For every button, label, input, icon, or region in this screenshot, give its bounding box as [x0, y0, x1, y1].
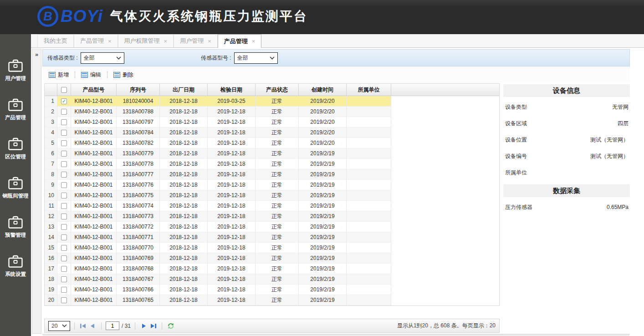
table-row[interactable]: 9 KIM40-12-B001 1318A00776 2018-12-18 20…: [45, 180, 499, 190]
row-checkbox[interactable]: [61, 109, 67, 115]
tab-close-icon[interactable]: ×: [208, 38, 211, 45]
table-row[interactable]: 3 KIM40-12-B001 1318A00797 2018-12-18 20…: [45, 117, 499, 127]
table-row[interactable]: 6 KIM40-12-B001 1318A00779 2018-12-18 20…: [45, 148, 499, 159]
header-checkbox-cell[interactable]: [57, 84, 71, 96]
table-row[interactable]: 18 KIM40-12-B001 1318A00767 2018-12-18 2…: [45, 274, 499, 285]
row-checkbox-cell[interactable]: [57, 180, 71, 190]
table-row[interactable]: 16 KIM40-12-B001 1318A00769 2018-12-18 2…: [45, 253, 499, 264]
row-checkbox-cell[interactable]: [57, 148, 71, 159]
row-checkbox[interactable]: [61, 214, 67, 219]
table-row[interactable]: 10 KIM40-12-B001 1318A00775 2018-12-18 2…: [45, 190, 499, 201]
tab[interactable]: 产品管理 ×: [218, 34, 262, 48]
panel-expand-button[interactable]: »: [32, 49, 41, 334]
row-checkbox-cell[interactable]: [57, 211, 71, 222]
tab-close-icon[interactable]: ×: [252, 38, 256, 45]
row-checkbox-cell[interactable]: [57, 274, 71, 285]
row-checkbox[interactable]: [61, 151, 67, 157]
refresh-button[interactable]: [166, 321, 175, 331]
column-header[interactable]: 检验日期: [208, 84, 256, 96]
filter-select-sensor-model[interactable]: 全部: [234, 52, 278, 64]
row-checkbox-cell[interactable]: [57, 159, 71, 169]
row-checkbox[interactable]: [61, 276, 67, 282]
row-checkbox-cell[interactable]: [57, 117, 71, 127]
row-checkbox-cell[interactable]: [57, 190, 71, 201]
tab[interactable]: 产品管理 ×: [74, 34, 118, 47]
row-checkbox-cell[interactable]: ✓: [57, 96, 71, 107]
select-all-checkbox[interactable]: [61, 87, 67, 93]
filter-select-sensor-type[interactable]: 全部: [81, 52, 124, 64]
row-checkbox-cell[interactable]: [57, 243, 71, 253]
add-button[interactable]: 新增: [49, 71, 69, 79]
table-row[interactable]: 2 KIM40-12-B001 1318A00788 2018-12-18 20…: [45, 107, 499, 117]
edit-button[interactable]: 编辑: [81, 71, 101, 79]
table-row[interactable]: 15 KIM40-12-B001 1318A00770 2018-12-18 2…: [45, 243, 499, 253]
cell-serial-number: 1318A00767: [117, 274, 160, 285]
tab-close-icon[interactable]: ×: [108, 38, 112, 45]
table-row[interactable]: 20 KIM40-12-B001 1318A00765 2018-12-18 2…: [45, 295, 499, 305]
row-checkbox[interactable]: [61, 193, 67, 199]
column-header[interactable]: 产品型号: [71, 84, 117, 96]
row-checkbox-cell[interactable]: [57, 107, 71, 117]
tab[interactable]: 我的主页: [37, 34, 74, 47]
table-row[interactable]: 13 KIM40-12-B001 1318A00772 2018-12-18 2…: [45, 222, 499, 232]
table-row[interactable]: 5 KIM40-12-B001 1318A00782 2018-12-18 20…: [45, 138, 499, 148]
row-checkbox-cell[interactable]: [57, 295, 71, 305]
page-size-select[interactable]: 20: [48, 321, 70, 331]
table-row[interactable]: 17 KIM40-12-B001 1318A00768 2018-12-18 2…: [45, 264, 499, 274]
column-header[interactable]: 序列号: [117, 84, 160, 96]
row-checkbox-cell[interactable]: [57, 127, 71, 138]
row-checkbox-cell[interactable]: [57, 138, 71, 148]
sidebar-item-alerts[interactable]: 预警管理: [0, 210, 31, 249]
tab-close-icon[interactable]: ×: [164, 38, 168, 45]
sidebar-item-cylinder-rooms[interactable]: 钢瓶间管理: [0, 171, 31, 210]
last-page-button[interactable]: [148, 321, 158, 331]
table-row[interactable]: 14 KIM40-12-B001 1318A00771 2018-12-18 2…: [45, 232, 499, 243]
row-checkbox-cell[interactable]: [57, 232, 71, 243]
column-header[interactable]: 产品状态: [256, 84, 299, 96]
row-checkbox[interactable]: [61, 140, 67, 146]
row-checkbox[interactable]: [61, 287, 67, 293]
row-checkbox[interactable]: [61, 297, 67, 303]
sidebar-item-products[interactable]: 产品管理: [0, 92, 31, 132]
page-number-input[interactable]: [106, 321, 119, 330]
column-header[interactable]: 创建时间: [299, 84, 347, 96]
first-page-button[interactable]: [79, 321, 88, 331]
sidebar-item-users[interactable]: 用户管理: [0, 53, 31, 92]
row-checkbox-cell[interactable]: [57, 201, 71, 211]
briefcase-icon: [8, 137, 23, 151]
row-checkbox[interactable]: [61, 255, 67, 261]
table-row[interactable]: 4 KIM40-12-B001 1318A00784 2018-12-18 20…: [45, 127, 499, 138]
row-checkbox[interactable]: [61, 182, 67, 188]
row-checkbox[interactable]: [61, 161, 67, 167]
column-header[interactable]: 所属单位: [347, 84, 391, 96]
row-checkbox-cell[interactable]: [57, 169, 71, 180]
row-checkbox[interactable]: [61, 203, 67, 209]
row-checkbox[interactable]: [61, 245, 67, 251]
table-row[interactable]: 1 ✓ KIM40-12-B001 1810240004 2018-12-18 …: [45, 96, 499, 107]
row-checkbox[interactable]: [61, 224, 67, 230]
row-checkbox[interactable]: [61, 119, 67, 125]
tab[interactable]: 用户管理 ×: [174, 34, 218, 47]
tab[interactable]: 用户权限管理 ×: [118, 34, 174, 47]
row-checkbox[interactable]: [61, 234, 67, 240]
row-checkbox-cell[interactable]: [57, 222, 71, 232]
table-row[interactable]: 12 KIM40-12-B001 1318A00773 2018-12-18 2…: [45, 211, 499, 222]
row-checkbox[interactable]: [61, 130, 67, 136]
row-checkbox[interactable]: [61, 266, 67, 272]
table-row[interactable]: 19 KIM40-12-B001 1318A00766 2018-12-18 2…: [45, 285, 499, 295]
row-checkbox-cell[interactable]: [57, 264, 71, 274]
delete-button[interactable]: 删除: [113, 71, 133, 79]
next-page-button[interactable]: [139, 321, 148, 331]
row-checkbox[interactable]: [61, 172, 67, 178]
table-row[interactable]: 8 KIM40-12-B001 1318A00777 2018-12-18 20…: [45, 169, 499, 180]
row-checkbox-cell[interactable]: [57, 285, 71, 295]
row-checkbox[interactable]: ✓: [61, 98, 67, 104]
sidebar-item-zones[interactable]: 区位管理: [0, 132, 31, 171]
column-header[interactable]: 出厂日期: [160, 84, 208, 96]
prev-page-button[interactable]: [88, 321, 97, 331]
row-checkbox-cell[interactable]: [57, 253, 71, 264]
table-row[interactable]: 11 KIM40-12-B001 1318A00774 2018-12-18 2…: [45, 201, 499, 211]
sidebar-item-settings[interactable]: 系统设置: [0, 249, 31, 288]
device-field-row: 设备类型 无管网: [503, 99, 630, 115]
table-row[interactable]: 7 KIM40-12-B001 1318A00778 2018-12-18 20…: [45, 159, 499, 169]
